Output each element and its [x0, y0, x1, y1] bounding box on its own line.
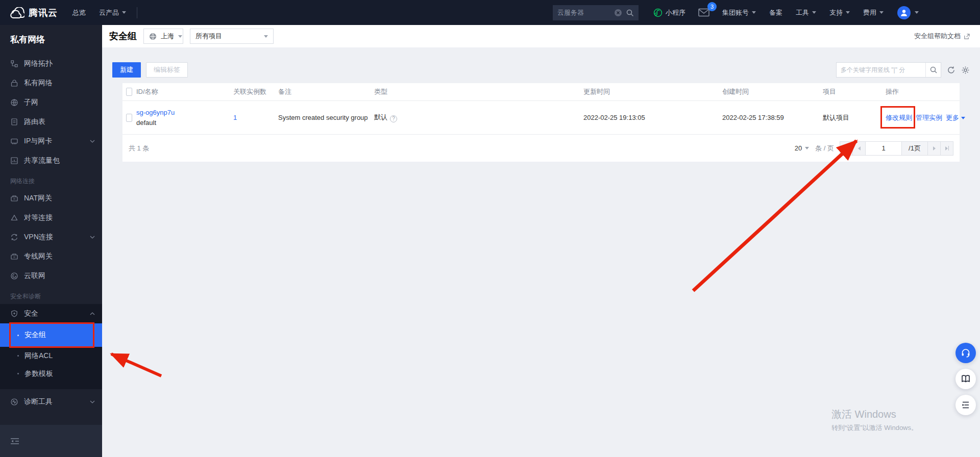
- sidebar-security-group-expanded: 安全 安全组 网络ACL 参数模板: [0, 304, 102, 389]
- gear-icon[interactable]: [961, 66, 970, 74]
- sidebar-title: 私有网络: [0, 25, 102, 45]
- sidebar-item-ccn[interactable]: 云联网: [0, 266, 102, 286]
- col-header-updated: 更新时间: [583, 87, 722, 96]
- edit-tags-button[interactable]: 编辑标签: [146, 62, 188, 78]
- chevron-down-icon: [752, 11, 756, 14]
- created-time-cell: 2022-02-25 17:38:59: [722, 114, 823, 121]
- select-all-checkbox[interactable]: [126, 88, 132, 96]
- topbar: 腾讯云 总览 云产品 小程序 3 集团账号 备案 工具 支持 费用: [0, 0, 980, 25]
- security-group-name: default: [136, 118, 229, 128]
- more-dropdown[interactable]: 更多: [946, 113, 965, 122]
- table-filter-box: [836, 62, 941, 78]
- nav-overview[interactable]: 总览: [66, 0, 92, 25]
- account-chevron-down-icon[interactable]: [915, 11, 919, 14]
- row-checkbox[interactable]: [126, 114, 132, 122]
- nav-tools[interactable]: 工具: [789, 0, 823, 25]
- sidebar-item-security-group[interactable]: 安全组: [0, 323, 102, 347]
- type-cell: 默认: [374, 113, 387, 121]
- total-count: 共 1 条: [129, 144, 149, 153]
- annotation-box-security-group: [9, 322, 94, 348]
- chevron-down-icon: [90, 236, 95, 239]
- help-doc-link[interactable]: 安全组帮助文档: [914, 32, 970, 41]
- sidebar-item-security[interactable]: 安全: [0, 304, 102, 323]
- question-circle-icon[interactable]: ?: [390, 115, 397, 122]
- mail-icon: [698, 8, 709, 17]
- bullet-icon: [17, 373, 19, 374]
- security-group-table: ID/名称 关联实例数 备注 类型 更新时间 创建时间 项目 操作 sg-og6…: [122, 83, 960, 162]
- topology-icon: [10, 60, 18, 68]
- current-page-input[interactable]: [865, 141, 902, 156]
- topbar-search[interactable]: [553, 5, 639, 20]
- sidebar-item-subnet[interactable]: 子网: [0, 93, 102, 112]
- create-button[interactable]: 新建: [112, 62, 141, 78]
- message-count-badge: 3: [707, 2, 717, 11]
- chevron-down-icon: [90, 140, 95, 143]
- main-content: 安全组 上海 所有项目 安全组帮助文档 新建 编辑标签: [102, 25, 980, 457]
- sidebar-item-ip-nic[interactable]: IP与网卡: [0, 132, 102, 151]
- sidebar-item-param-template[interactable]: 参数模板: [0, 365, 102, 383]
- brand-name: 腾讯云: [29, 7, 58, 19]
- nav-mini-program[interactable]: 小程序: [647, 0, 692, 25]
- sidebar-item-nat[interactable]: NAT网关: [0, 189, 102, 208]
- globe-icon: [10, 98, 18, 107]
- lock-icon: [10, 79, 18, 87]
- sidebar-item-diagnostic-tools[interactable]: 诊断工具: [0, 392, 102, 412]
- support-fab-button[interactable]: [955, 343, 976, 363]
- first-page-icon[interactable]: [840, 141, 853, 156]
- col-header-remark: 备注: [278, 87, 374, 96]
- nav-cloud-products[interactable]: 云产品: [92, 0, 133, 25]
- nav-support[interactable]: 支持: [823, 0, 856, 25]
- sidebar-item-route-table[interactable]: 路由表: [0, 112, 102, 132]
- feedback-icon: [961, 400, 971, 410]
- sidebar-item-shared-bandwidth[interactable]: 共享流量包: [0, 151, 102, 170]
- refresh-icon[interactable]: [947, 66, 955, 74]
- sidebar-section-network: 网络连接: [0, 173, 102, 189]
- nic-icon: [10, 137, 18, 145]
- feedback-fab-button[interactable]: [955, 395, 976, 415]
- sidebar-item-topology[interactable]: 网络拓扑: [0, 54, 102, 73]
- chevron-down-icon: [264, 35, 268, 38]
- nav-billing[interactable]: 费用: [856, 0, 890, 25]
- col-header-created: 创建时间: [722, 87, 823, 96]
- sidebar-item-vpn[interactable]: VPN连接: [0, 227, 102, 247]
- col-header-type: 类型: [374, 87, 583, 96]
- docs-fab-button[interactable]: [955, 369, 976, 389]
- shield-icon: [10, 310, 18, 318]
- prev-page-icon[interactable]: [852, 141, 866, 156]
- chevron-up-icon: [90, 312, 95, 315]
- col-header-actions: 操作: [886, 87, 960, 96]
- pagination-bar: 共 1 条 20 条 / 页 /1页: [122, 135, 960, 162]
- search-icon[interactable]: [626, 9, 634, 17]
- next-page-icon[interactable]: [927, 141, 941, 156]
- security-group-id-link[interactable]: sg-og6ynp7u: [136, 109, 175, 116]
- collapse-sidebar-icon[interactable]: [10, 438, 19, 445]
- table-row: sg-og6ynp7u default 1 System created sec…: [122, 101, 960, 135]
- modify-rules-link[interactable]: 修改规则: [886, 114, 912, 121]
- nav-group-account[interactable]: 集团账号: [716, 0, 763, 25]
- topbar-search-input[interactable]: [557, 9, 610, 16]
- table-filter-input[interactable]: [837, 66, 925, 73]
- sidebar-item-peering[interactable]: 对等连接: [0, 208, 102, 227]
- bullet-icon: [17, 355, 19, 357]
- avatar[interactable]: [897, 6, 911, 19]
- gateway-icon: [10, 252, 18, 261]
- remark-cell: System created security group: [278, 114, 374, 121]
- book-icon: [960, 374, 971, 384]
- last-page-icon[interactable]: [940, 141, 953, 156]
- nav-messages[interactable]: 3: [692, 0, 716, 25]
- region-selector[interactable]: 上海: [143, 29, 183, 44]
- sidebar-item-direct-connect[interactable]: 专线网关: [0, 247, 102, 266]
- nav-beian[interactable]: 备案: [763, 0, 789, 25]
- tencent-cloud-logo[interactable]: 腾讯云: [9, 7, 58, 19]
- search-icon[interactable]: [925, 63, 941, 77]
- clear-icon[interactable]: [614, 9, 622, 17]
- page-size-selector[interactable]: 20: [795, 144, 809, 152]
- chevron-down-icon: [178, 35, 182, 38]
- triangle-icon: [10, 214, 18, 222]
- sidebar-item-vpc[interactable]: 私有网络: [0, 73, 102, 93]
- manage-instances-link[interactable]: 管理实例: [916, 113, 942, 122]
- sidebar-item-network-acl[interactable]: 网络ACL: [0, 347, 102, 365]
- instance-count-link[interactable]: 1: [233, 114, 237, 121]
- col-header-project: 项目: [823, 87, 886, 96]
- project-filter-selector[interactable]: 所有项目: [190, 29, 274, 44]
